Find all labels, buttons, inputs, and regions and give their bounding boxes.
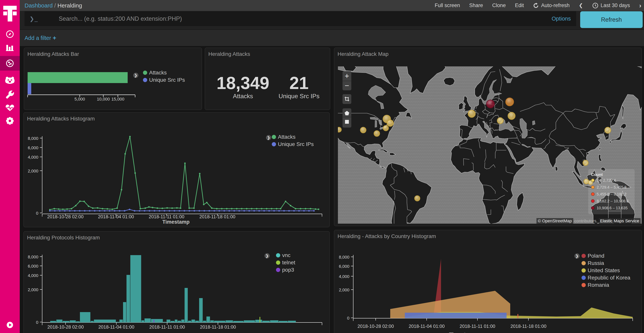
svg-text:0: 0	[347, 316, 350, 320]
svg-text:2018-10-28 02:00: 2018-10-28 02:00	[47, 214, 84, 219]
svg-text:2018-11-11 01:00: 2018-11-11 01:00	[149, 214, 184, 219]
svg-text:Timestamp: Timestamp	[162, 219, 190, 225]
svg-text:0: 0	[36, 211, 38, 216]
svg-text:2018-11-04 01:00: 2018-11-04 01:00	[98, 324, 134, 329]
svg-text:8,000: 8,000	[28, 254, 38, 259]
svg-text:2,000: 2,000	[28, 169, 38, 173]
svg-text:2018-11-18 01:00: 2018-11-18 01:00	[510, 323, 546, 329]
svg-text:8,000: 8,000	[28, 136, 38, 141]
svg-text:2018-11-18 01:00: 2018-11-18 01:00	[199, 214, 235, 219]
svg-text:4,000: 4,000	[28, 273, 38, 278]
svg-text:10,000: 10,000	[97, 97, 110, 102]
svg-text:2018-11-11 01:00: 2018-11-11 01:00	[149, 324, 185, 329]
svg-text:2,000: 2,000	[339, 287, 350, 292]
svg-text:2,000: 2,000	[28, 287, 38, 292]
svg-text:5,000: 5,000	[74, 97, 85, 102]
svg-text:6,000: 6,000	[28, 145, 38, 150]
svg-text:2018-11-18 01:00: 2018-11-18 01:00	[200, 324, 236, 329]
svg-text:8,000: 8,000	[339, 255, 350, 259]
svg-text:15,000: 15,000	[111, 97, 124, 102]
svg-text:0: 0	[36, 320, 38, 325]
svg-text:4,000: 4,000	[339, 274, 350, 279]
svg-text:2018-11-11 01:00: 2018-11-11 01:00	[460, 323, 495, 329]
svg-text:2018-10-28 02:00: 2018-10-28 02:00	[358, 323, 394, 329]
svg-text:Timestamp: Timestamp	[449, 332, 476, 333]
svg-text:6,000: 6,000	[339, 264, 350, 269]
svg-text:6,000: 6,000	[28, 264, 38, 268]
svg-text:4,000: 4,000	[28, 155, 38, 160]
svg-text:2018-10-28 02:00: 2018-10-28 02:00	[47, 324, 84, 329]
svg-text:2018-11-04 01:00: 2018-11-04 01:00	[98, 214, 134, 219]
svg-text:2018-11-04 01:00: 2018-11-04 01:00	[409, 323, 445, 329]
